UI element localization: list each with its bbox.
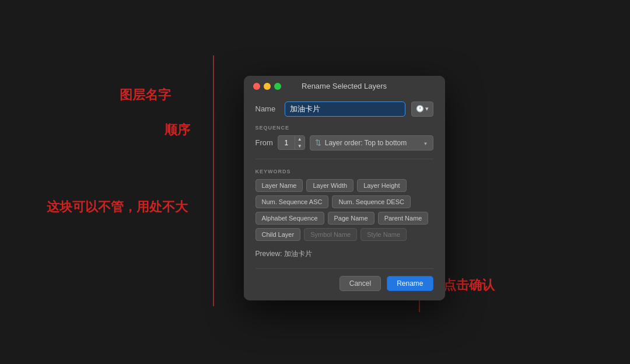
- name-label: Name: [256, 104, 279, 113]
- maximize-button[interactable]: [274, 83, 281, 90]
- keyword-parent-name[interactable]: Parent Name: [378, 212, 429, 225]
- rename-dialog: Rename Selected Layers Name 🕐 ▾ SEQUENCE…: [244, 76, 445, 300]
- order-select-inner: ⇅ Layer order: Top to bottom: [315, 138, 407, 147]
- keyword-layer-name[interactable]: Layer Name: [256, 179, 303, 192]
- order-chevron: [424, 139, 428, 147]
- dialog-divider: [256, 268, 433, 269]
- close-button[interactable]: [253, 83, 260, 90]
- keyword-symbol-name: Symbol Name: [304, 228, 357, 241]
- keyword-page-name[interactable]: Page Name: [328, 212, 374, 225]
- preview-row: Preview: 加油卡片: [256, 249, 433, 259]
- stepper-down[interactable]: ▼: [295, 143, 304, 150]
- title-bar: Rename Selected Layers: [244, 76, 445, 94]
- name-row: Name 🕐 ▾: [256, 102, 433, 117]
- number-input-wrap: ▲ ▼: [278, 135, 305, 150]
- stepper-up[interactable]: ▲: [295, 136, 304, 143]
- keyword-num-desc[interactable]: Num. Sequence DESC: [332, 195, 411, 208]
- footer-row: Cancel Rename: [256, 276, 433, 291]
- keyword-child-layer[interactable]: Child Layer: [256, 228, 301, 241]
- order-icon: ⇅: [315, 138, 321, 147]
- keyword-layer-width[interactable]: Layer Width: [306, 179, 354, 192]
- preview-value: 加油卡片: [284, 250, 312, 258]
- name-input[interactable]: [285, 102, 405, 117]
- sequence-number-input[interactable]: [278, 137, 295, 149]
- history-button[interactable]: 🕐 ▾: [411, 102, 433, 117]
- keyword-style-name: Style Name: [360, 228, 407, 241]
- keywords-grid: Layer Name Layer Width Layer Height Num.…: [256, 179, 433, 241]
- preview-label: Preview:: [256, 250, 284, 258]
- keywords-section: KEYWORDS Layer Name Layer Width Layer He…: [256, 169, 433, 241]
- order-select[interactable]: ⇅ Layer order: Top to bottom: [310, 135, 433, 150]
- order-label: Layer order: Top to bottom: [325, 139, 407, 147]
- sequence-section: SEQUENCE From ▲ ▼ ⇅ Layer order: Top to: [256, 125, 433, 159]
- sequence-section-label: SEQUENCE: [256, 125, 433, 131]
- history-icon: 🕐: [416, 105, 424, 113]
- dialog-body: Name 🕐 ▾ SEQUENCE From ▲ ▼: [244, 94, 445, 300]
- minimize-button[interactable]: [264, 83, 271, 90]
- history-chevron: ▾: [425, 105, 429, 113]
- traffic-lights: [253, 83, 281, 90]
- from-row: From ▲ ▼ ⇅ Layer order: Top to bottom: [256, 135, 433, 150]
- keywords-section-label: KEYWORDS: [256, 169, 433, 174]
- keyword-num-asc[interactable]: Num. Sequence ASC: [256, 195, 329, 208]
- dialog-title: Rename Selected Layers: [302, 82, 387, 90]
- keyword-layer-height[interactable]: Layer Height: [357, 179, 406, 192]
- rename-button[interactable]: Rename: [387, 276, 433, 291]
- stepper-buttons: ▲ ▼: [295, 136, 304, 149]
- from-label: From: [256, 138, 273, 147]
- keyword-alphabet[interactable]: Alphabet Sequence: [256, 212, 324, 225]
- cancel-button[interactable]: Cancel: [340, 276, 381, 291]
